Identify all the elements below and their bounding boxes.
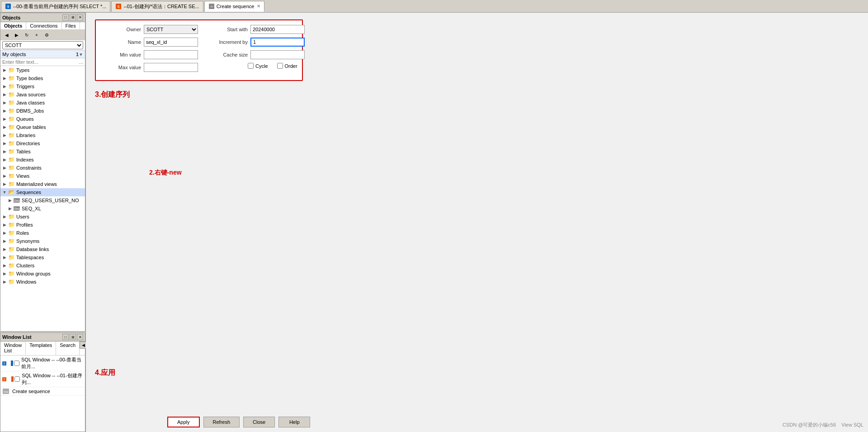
toolbar-new-btn[interactable]: + xyxy=(32,31,41,39)
tab-sql-01-label: --01-创建列/*语法：CREATE SE... xyxy=(123,3,199,10)
tree-label: Constraints xyxy=(16,165,42,171)
tree-item-seq-users[interactable]: ▶ Seq SEQ_USERS_USER_NO xyxy=(0,196,85,204)
help-button[interactable]: Help xyxy=(278,417,310,427)
wl-item-icon-sql-00: S xyxy=(2,360,9,366)
close-button[interactable]: Close xyxy=(243,417,275,427)
tab-connections[interactable]: Connections xyxy=(26,22,61,29)
filter-more-btn[interactable]: ... xyxy=(79,59,83,65)
tree-item-seq-xl[interactable]: ▶ Seq SEQ_XL xyxy=(0,204,85,213)
tree-label: Java sources xyxy=(16,92,46,97)
toolbar-forward-btn[interactable]: ▶ xyxy=(12,31,21,39)
tree-item-queue-tables[interactable]: ▶ 📁 Queue tables xyxy=(0,123,85,131)
window-list-header: Window List □ ⊞ ✕ xyxy=(0,332,85,342)
wl-blue-bar xyxy=(11,361,13,366)
tree-item-indexes[interactable]: ▶ 📁 Indexes xyxy=(0,156,85,164)
increment-by-input[interactable] xyxy=(250,38,305,47)
tree-item-windows[interactable]: ▶ 📁 Windows xyxy=(0,278,85,286)
tree-item-types[interactable]: ▶ 📁 Types xyxy=(0,66,85,74)
order-checkbox[interactable] xyxy=(277,63,283,69)
tree-item-roles[interactable]: ▶ 📁 Roles xyxy=(0,229,85,237)
tree-item-java-sources[interactable]: ▶ 📁 Java sources xyxy=(0,90,85,99)
toolbar-config-btn[interactable]: ⚙ xyxy=(42,31,51,39)
folder-icon-sequences: 📂 xyxy=(8,189,15,196)
tab-objects[interactable]: Objects xyxy=(0,22,26,29)
tree-item-dbms-jobs[interactable]: ▶ 📁 DBMS_Jobs xyxy=(0,107,85,115)
toolbar-back-btn[interactable]: ◀ xyxy=(2,31,11,39)
folder-icon: 📁 xyxy=(8,278,15,285)
tab-sql-00[interactable]: S --00-查看当前用户创建的序列 SELECT *... xyxy=(1,1,110,12)
cycle-label[interactable]: Cycle xyxy=(248,63,268,69)
wl-tab-templates[interactable]: Templates xyxy=(26,342,56,355)
tree-label: Materialized views xyxy=(16,181,57,187)
tree-item-mat-views[interactable]: ▶ 📁 Materialized views xyxy=(0,180,85,188)
tree-item-java-classes[interactable]: ▶ 📁 Java classes xyxy=(0,99,85,107)
wl-checkbox-01[interactable] xyxy=(14,376,20,382)
tree-item-libraries[interactable]: ▶ 📁 Libraries xyxy=(0,131,85,139)
window-list-controls: □ ⊞ ✕ xyxy=(62,334,83,340)
wl-item-sql-00[interactable]: S SQL Window -- --00-查看当前月... xyxy=(0,356,85,371)
my-objects-row[interactable]: My objects 1 ▼ xyxy=(0,51,85,58)
owner-label: Owner xyxy=(100,27,141,32)
left-panel: Objects □ ⊞ ✕ Objects Connections Files … xyxy=(0,13,86,432)
tree-item-views[interactable]: ▶ 📁 Views xyxy=(0,172,85,180)
wl-item-sql-01[interactable]: S SQL Window -- --01-创建序列... xyxy=(0,371,85,387)
name-input[interactable] xyxy=(144,38,198,47)
tab-close-icon[interactable]: ✕ xyxy=(257,4,260,9)
folder-icon: 📁 xyxy=(8,75,15,82)
objects-panel-controls: □ ⊞ ✕ xyxy=(62,14,83,21)
tree-label-seq-xl: SEQ_XL xyxy=(22,206,41,211)
objects-restore-btn[interactable]: ⊞ xyxy=(70,14,76,21)
tab-create-sequence[interactable]: ≡ Create sequence ✕ xyxy=(204,1,265,12)
filter-input[interactable] xyxy=(2,59,79,65)
wl-close-btn[interactable]: ✕ xyxy=(77,334,83,340)
toolbar-refresh-btn[interactable]: ↻ xyxy=(22,31,31,39)
tree-item-users[interactable]: ▶ 📁 Users xyxy=(0,213,85,221)
tree-item-type-bodies[interactable]: ▶ 📁 Type bodies xyxy=(0,74,85,82)
tree-item-tables[interactable]: ▶ 📁 Tables xyxy=(0,147,85,156)
wl-item-create-seq[interactable]: Seq Create sequence xyxy=(0,387,85,396)
wl-restore-btn[interactable]: ⊞ xyxy=(70,334,76,340)
tree-item-synonyms[interactable]: ▶ 📁 Synonyms xyxy=(0,237,85,245)
bottom-buttons: Apply Refresh Close Help xyxy=(167,417,310,427)
tree-item-profiles[interactable]: ▶ 📁 Profiles xyxy=(0,221,85,229)
wl-item-label-01: SQL Window -- --01-创建序列... xyxy=(22,372,83,386)
tree-item-constraints[interactable]: ▶ 📁 Constraints xyxy=(0,164,85,172)
wl-tab-list[interactable]: Window List xyxy=(0,342,26,355)
wl-minimize-btn[interactable]: □ xyxy=(62,334,69,340)
cycle-checkbox[interactable] xyxy=(248,63,254,69)
expand-icon: ▶ xyxy=(1,157,8,162)
tree-item-triggers[interactable]: ▶ 📁 Triggers xyxy=(0,82,85,90)
tree-label: Queue tables xyxy=(16,124,46,130)
apply-button[interactable]: Apply xyxy=(167,417,200,427)
tree-item-clusters[interactable]: ▶ 📁 Clusters xyxy=(0,261,85,270)
window-list-title: Window List xyxy=(2,334,32,340)
order-label[interactable]: Order xyxy=(277,63,297,69)
tree-item-db-links[interactable]: ▶ 📁 Database links xyxy=(0,245,85,253)
tab-sql-01[interactable]: S --01-创建列/*语法：CREATE SE... xyxy=(111,1,203,12)
owner-dropdown[interactable]: SCOTT xyxy=(144,25,198,34)
cache-size-input[interactable] xyxy=(250,50,305,59)
max-value-row: Max value xyxy=(100,63,198,72)
tree-item-tablespaces[interactable]: ▶ 📁 Tablespaces xyxy=(0,253,85,261)
tab-files[interactable]: Files xyxy=(62,22,80,29)
wl-tab-search[interactable]: Search xyxy=(56,342,80,355)
folder-icon: 📁 xyxy=(8,140,15,147)
tree-label: Indexes xyxy=(16,157,34,162)
tree-item-sequences[interactable]: ▼ 📂 Sequences xyxy=(0,188,85,196)
folder-icon: 📁 xyxy=(8,123,15,131)
tree-item-window-groups[interactable]: ▶ 📁 Window groups xyxy=(0,270,85,278)
min-value-input[interactable] xyxy=(144,50,198,59)
tree-item-queues[interactable]: ▶ 📁 Queues xyxy=(0,115,85,123)
expand-icon: ▶ xyxy=(1,255,8,260)
my-objects-dropdown-icon[interactable]: ▼ xyxy=(79,52,83,57)
objects-close-btn[interactable]: ✕ xyxy=(77,14,83,21)
objects-minimize-btn[interactable]: □ xyxy=(62,14,69,21)
wl-checkbox-00[interactable] xyxy=(14,361,19,366)
schema-dropdown[interactable]: SCOTT xyxy=(2,41,83,49)
tree-label: DBMS_Jobs xyxy=(16,108,44,114)
refresh-button[interactable]: Refresh xyxy=(203,417,240,427)
svg-text:≡: ≡ xyxy=(211,5,212,8)
tree-item-directories[interactable]: ▶ 📁 Directories xyxy=(0,139,85,147)
start-with-input[interactable] xyxy=(250,25,305,34)
max-value-input[interactable] xyxy=(144,63,198,72)
